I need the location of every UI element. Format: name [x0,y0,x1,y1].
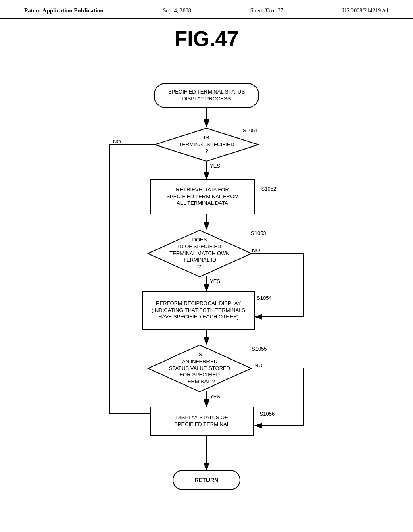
yes-label-s1053: YES [210,278,220,284]
step-s1055: S1055 [252,346,267,352]
process-s1052: RETRIEVE DATA FOR SPECIFIED TERMINAL FRO… [150,179,255,214]
step-s1054: S1054 [257,295,272,301]
no-label-s1055: NO [254,362,263,368]
start-node: SPECIFIED TERMINAL STATUS DISPLAY PROCES… [154,83,259,108]
step-s1056: −S1056 [257,411,275,417]
patent-number: US 2008/214219 A1 [342,8,389,14]
s1052-label: RETRIEVE DATA FOR SPECIFIED TERMINAL FRO… [166,187,238,207]
process-s1054: PERFORM RECIPROCAL DISPLAY (INDICATING T… [142,291,255,330]
sheet-label: Sheet 33 of 37 [250,8,283,14]
page-header: Patent Application Publication Sep. 4, 2… [0,0,413,19]
decision-s1053-text: DOESID OF SPECIFIEDTERMINAL MATCH OWNTER… [169,237,230,270]
step-s1053: S1053 [251,230,266,236]
step-s1052: −S1052 [258,186,276,192]
no-label-s1051: NO [113,139,121,145]
yes-label-s1055: YES [210,393,220,399]
s1054-label: PERFORM RECIPROCAL DISPLAY (INDICATING T… [152,300,245,321]
flowchart: SPECIFIED TERMINAL STATUS DISPLAY PROCES… [69,63,344,514]
decision-s1051: ISTERMINAL SPECIFIED? [154,127,259,162]
main-content: FIG.47 [0,19,413,514]
end-label: RETURN [195,477,218,483]
figure-title: FIG.47 [175,27,239,51]
no-label-s1053: NO [252,247,260,254]
date-label: Sep. 4, 2008 [163,8,191,14]
yes-label-s1051: YES [210,163,220,169]
publication-label: Patent Application Publication [24,7,104,14]
start-label: SPECIFIED TERMINAL STATUS DISPLAY PROCES… [168,89,245,102]
decision-s1051-text: ISTERMINAL SPECIFIED? [179,135,234,155]
process-s1056: DISPLAY STATUS OF SPECIFIED TERMINAL [150,407,254,436]
decision-s1053: DOESID OF SPECIFIEDTERMINAL MATCH OWNTER… [147,229,252,278]
decision-s1055-text: ISAN INFERREDSTATUS VALUE STOREDFOR SPEC… [169,351,230,385]
s1056-label: DISPLAY STATUS OF SPECIFIED TERMINAL [174,414,230,428]
decision-s1055: ISAN INFERREDSTATUS VALUE STOREDFOR SPEC… [147,344,252,393]
end-node: RETURN [173,470,240,490]
